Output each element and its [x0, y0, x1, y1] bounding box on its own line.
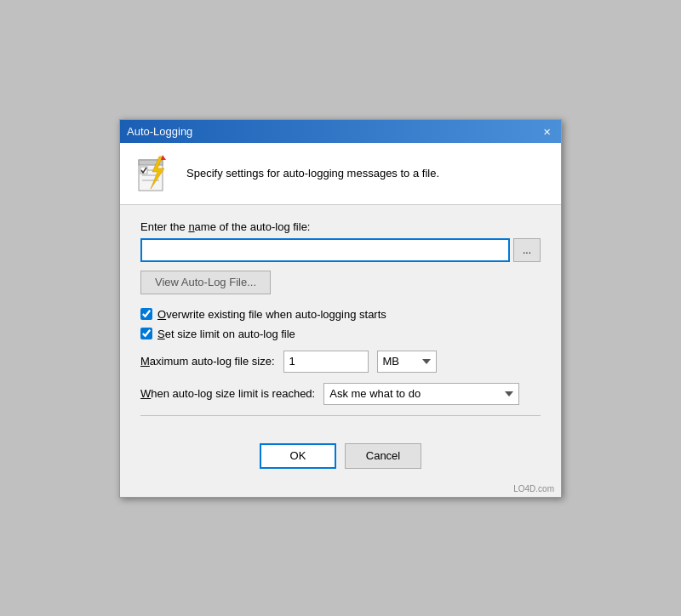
- file-path-input[interactable]: [140, 238, 510, 262]
- header-icon: [134, 153, 175, 194]
- cancel-button[interactable]: Cancel: [345, 443, 421, 469]
- unit-select[interactable]: MB KB GB: [377, 351, 437, 373]
- view-autolog-button[interactable]: View Auto-Log File...: [140, 271, 271, 294]
- max-size-row: Maximum auto-log file size: MB KB GB: [140, 351, 541, 373]
- close-button[interactable]: ×: [540, 125, 554, 138]
- title-bar: Auto-Logging ×: [120, 120, 561, 143]
- action-label: When auto-log size limit is reached:: [140, 387, 315, 400]
- max-size-label: Maximum auto-log file size:: [140, 355, 275, 368]
- header-area: Specify settings for auto-logging messag…: [120, 143, 561, 205]
- size-limit-checkbox-row: Set size limit on auto-log file: [140, 328, 541, 340]
- watermark: LO4D.com: [120, 482, 561, 497]
- content-area: Enter the name of the auto-log file: ...…: [120, 205, 561, 440]
- action-row: When auto-log size limit is reached: Ask…: [140, 383, 541, 405]
- auto-logging-dialog: Auto-Logging × Specify se: [119, 119, 562, 498]
- overwrite-checkbox-row: Overwrite existing file when auto-loggin…: [140, 308, 541, 321]
- size-limit-checkbox[interactable]: [140, 328, 152, 339]
- overwrite-checkbox[interactable]: [140, 308, 152, 320]
- dialog-title: Auto-Logging: [127, 125, 192, 138]
- ok-button[interactable]: OK: [260, 443, 336, 469]
- size-limit-label: Set size limit on auto-log file: [157, 328, 295, 340]
- max-size-input[interactable]: [283, 351, 369, 373]
- header-description: Specify settings for auto-logging messag…: [186, 167, 439, 180]
- divider: [140, 415, 541, 416]
- file-input-row: ...: [140, 238, 541, 262]
- browse-button[interactable]: ...: [513, 238, 541, 262]
- action-select[interactable]: Ask me what to do Overwrite file Create …: [323, 383, 519, 405]
- file-name-label: Enter the name of the auto-log file:: [140, 220, 541, 233]
- button-row: OK Cancel: [120, 440, 561, 482]
- overwrite-label: Overwrite existing file when auto-loggin…: [157, 308, 386, 321]
